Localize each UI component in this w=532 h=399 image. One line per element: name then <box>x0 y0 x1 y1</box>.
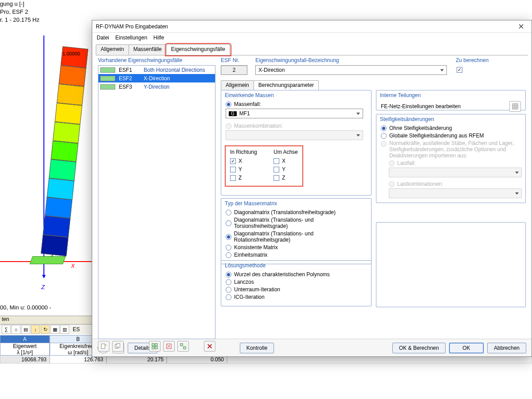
matrix-o2[interactable] <box>226 220 231 226</box>
group-intern: Interne Teilungen FE-Netz-Einstellungen … <box>376 90 526 110</box>
group-matrix-title: Typ der Massenmatrix <box>225 200 367 207</box>
list-item[interactable]: ESF3Y-Direction <box>98 82 215 91</box>
col-hdr-a[interactable]: A <box>0 335 50 343</box>
legend-max: 1.00000 <box>63 51 80 56</box>
delete-item-button[interactable] <box>204 341 215 352</box>
list-item[interactable]: ESF1Both Horizontal Directions <box>98 66 215 74</box>
solver-o4[interactable] <box>226 294 231 300</box>
tb-btn-2[interactable]: ⌂ <box>12 325 20 334</box>
svg-rect-9 <box>184 347 186 349</box>
direction-axis-box: In Richtung X Y Z Um Achse X Y Z <box>226 146 302 186</box>
copy-item-button[interactable] <box>112 341 124 352</box>
close-button[interactable] <box>514 22 528 31</box>
stiff-sub1-radio <box>389 160 395 166</box>
group-matrix: Typ der Massenmatrix Diagonalmatrix (Tra… <box>221 198 372 264</box>
radio-massenfall[interactable] <box>226 102 231 107</box>
axis-x-label: X <box>71 262 75 269</box>
group-solver-title: Lösungsmethode <box>225 262 367 269</box>
subtab-berech[interactable]: Berechnungsparameter <box>254 80 319 90</box>
tb-btn-3[interactable]: ▤ <box>21 325 30 334</box>
dialog-title: RF-DYNAM Pro Eingabedaten <box>96 23 514 30</box>
axis-x-check[interactable] <box>274 158 279 164</box>
tb-btn-1[interactable]: ∑ <box>2 325 11 334</box>
axis-y-check[interactable] <box>274 167 279 172</box>
svg-rect-0 <box>102 344 105 349</box>
tab-allgemein[interactable]: Allgemein <box>96 44 129 55</box>
esfnr-field[interactable]: 2 <box>221 65 247 75</box>
solver-o2[interactable] <box>226 279 231 285</box>
svg-rect-10 <box>512 104 518 109</box>
axis-z-label: Z <box>41 284 45 290</box>
list-toolbar-left <box>98 341 124 352</box>
tab-eigenschwingung[interactable]: Eigenschwingungsfälle <box>166 44 230 55</box>
esfnr-label: ESF Nr. <box>221 57 239 63</box>
ok-button[interactable]: OK <box>449 343 484 353</box>
list-toolbar-mid <box>149 341 189 352</box>
axis-z-check[interactable] <box>274 175 279 181</box>
kontrolle-button[interactable]: Kontrolle <box>240 343 274 353</box>
svg-rect-4 <box>155 344 157 346</box>
tb-btn-5[interactable]: ↻ <box>41 325 50 334</box>
abbrechen-button[interactable]: Abbrechen <box>487 343 526 353</box>
select-all-button[interactable] <box>149 341 160 352</box>
dir-x-check[interactable] <box>230 158 236 164</box>
menu-hilfe[interactable]: Hilfe <box>153 35 164 41</box>
radio-massenkombi <box>226 123 231 129</box>
fe-netz-button[interactable] <box>509 101 521 112</box>
bg-status: 00, Min u: 0.00000 - <box>0 304 51 311</box>
svg-rect-3 <box>152 344 154 346</box>
bg-top-text: gung u [-] Pro, ESF 2 r. 1 - 20.175 Hz <box>0 0 39 24</box>
cell-a[interactable]: 16068.793 <box>0 356 50 364</box>
model-base <box>30 256 66 264</box>
select-invert-button[interactable] <box>177 341 189 352</box>
tab-massenfall[interactable]: Massenfälle <box>129 44 167 55</box>
stiff-o1[interactable] <box>381 125 387 131</box>
list-item[interactable]: ESF2X-Direction <box>98 74 215 82</box>
model-column <box>41 47 88 256</box>
radio-massenfall-label: Massenfall: <box>234 101 261 107</box>
dialog-menubar: Datei Einstellungen Hilfe <box>92 33 532 43</box>
list-eigenschwingung[interactable]: ESF1Both Horizontal DirectionsESF2X-Dire… <box>98 65 215 339</box>
bez-label: Eigenschwingungsfall-Bezeichnung <box>255 57 339 63</box>
stiff-sub2-radio <box>389 181 395 187</box>
group-stiff: Steifigkeitsänderungen Ohne Steifigkeits… <box>376 114 526 203</box>
svg-rect-6 <box>155 347 157 349</box>
stiff-o2[interactable] <box>381 133 387 139</box>
zu-berechnen-check[interactable] <box>457 67 462 73</box>
matrix-o4[interactable] <box>226 245 231 250</box>
subtab-allgemein[interactable]: Allgemein <box>221 80 254 90</box>
dir-z-check[interactable] <box>230 175 236 181</box>
massenfall-combo[interactable]: G MF1 <box>226 109 363 118</box>
group-solver: Lösungsmethode Wurzel des charakteristis… <box>221 260 372 306</box>
solver-o1[interactable] <box>226 272 231 278</box>
dialog-titlebar[interactable]: RF-DYNAM Pro Eingabedaten <box>92 20 532 33</box>
radio-massenkombi-label: Massenkombination: <box>234 123 283 129</box>
list-title: Vorhandene Eigenschwingungsfälle <box>98 57 182 63</box>
massenfall-value: MF1 <box>239 110 250 117</box>
matrix-o1[interactable] <box>226 210 231 215</box>
group-empty <box>376 222 526 307</box>
matrix-o5[interactable] <box>226 252 231 258</box>
ok-berechnen-button[interactable]: OK & Berechnen <box>392 343 446 353</box>
dir-y-check[interactable] <box>230 167 236 172</box>
group-massen: Einwirkende Massen Massenfall: G MF1 Mas… <box>221 90 372 196</box>
menu-datei[interactable]: Datei <box>97 35 109 41</box>
tb-btn-7[interactable]: ▥ <box>60 325 69 334</box>
bez-combo-value: X-Direction <box>258 67 285 73</box>
new-item-button[interactable] <box>98 341 110 352</box>
solver-o3[interactable] <box>226 287 231 293</box>
dialog-rfdynam: RF-DYNAM Pro Eingabedaten Datei Einstell… <box>92 20 532 357</box>
bez-combo[interactable]: X-Direction <box>255 65 447 75</box>
menu-einstellungen[interactable]: Einstellungen <box>115 35 147 41</box>
axis-header: Um Achse <box>274 149 298 155</box>
bg-esf-label: ES <box>73 326 80 332</box>
stiff-lastfall-combo <box>389 168 522 177</box>
select-none-button[interactable] <box>163 341 175 352</box>
tb-btn-4[interactable]: ↓ <box>31 325 40 334</box>
massenkombi-combo <box>226 130 363 140</box>
stiff-o3 <box>381 141 387 147</box>
fe-netz-label: FE-Netz-Einstellungen bearbeiten <box>381 103 461 110</box>
matrix-o3[interactable] <box>226 234 231 240</box>
tb-btn-6[interactable]: ▦ <box>51 325 59 334</box>
group-intern-title: Interne Teilungen <box>380 92 521 98</box>
